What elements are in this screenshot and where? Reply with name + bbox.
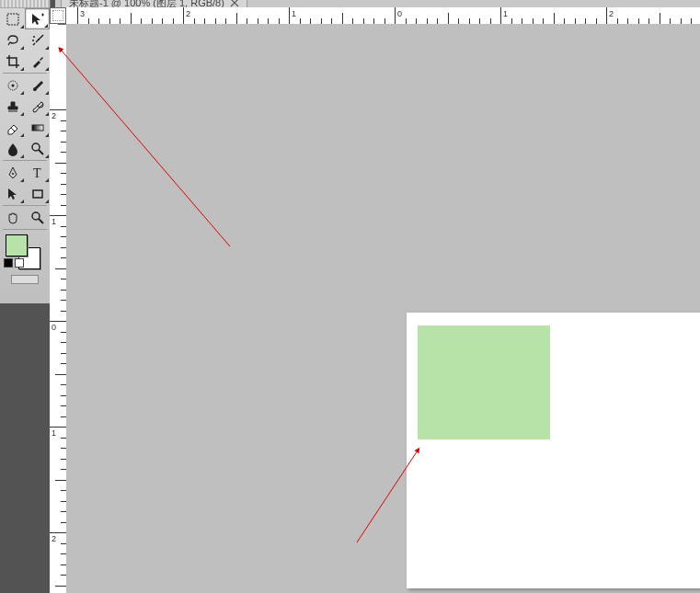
dodge-tool[interactable]	[25, 138, 50, 159]
svg-rect-10	[33, 190, 42, 198]
move-tool[interactable]	[25, 8, 50, 29]
horizontal-ruler[interactable]: 321012	[58, 7, 700, 25]
history-brush-tool[interactable]	[25, 96, 50, 117]
panel-area	[0, 303, 50, 593]
close-icon[interactable]	[230, 0, 239, 7]
canvas-background[interactable]	[66, 24, 700, 593]
eraser-tool[interactable]	[0, 117, 25, 138]
pen-tool[interactable]	[0, 162, 25, 183]
quickmask-toggle[interactable]	[11, 275, 39, 284]
blur-tool[interactable]	[0, 138, 25, 159]
svg-point-7	[32, 143, 40, 151]
svg-point-2	[38, 39, 40, 40]
shape-tool[interactable]	[25, 183, 50, 204]
svg-rect-0	[7, 14, 18, 25]
lasso-tool[interactable]	[0, 29, 25, 51]
marquee-tool[interactable]	[0, 8, 25, 29]
svg-point-3	[32, 40, 34, 41]
green-rectangle-layer[interactable]	[418, 325, 550, 439]
default-colors-icon[interactable]	[4, 258, 24, 268]
type-tool[interactable]: T	[25, 162, 50, 183]
svg-point-1	[33, 36, 35, 38]
svg-point-8	[12, 173, 14, 175]
healing-brush-tool[interactable]	[0, 74, 25, 96]
svg-point-11	[32, 212, 40, 220]
hand-tool[interactable]	[0, 207, 25, 228]
svg-rect-6	[32, 125, 43, 131]
foreground-color-swatch[interactable]	[6, 234, 28, 257]
svg-text:T: T	[33, 166, 41, 180]
gradient-tool[interactable]	[25, 117, 50, 138]
vertical-ruler[interactable]: 21012	[50, 7, 67, 593]
zoom-tool[interactable]	[25, 207, 50, 228]
crop-tool[interactable]	[0, 51, 25, 72]
ruler-origin[interactable]	[50, 7, 66, 24]
path-select-tool[interactable]	[0, 183, 25, 204]
magic-wand-tool[interactable]	[25, 29, 50, 51]
toolbox-grip[interactable]	[0, 0, 50, 8]
stamp-tool[interactable]	[0, 96, 25, 117]
toolbox: T	[0, 0, 51, 304]
eyedropper-tool[interactable]	[25, 51, 50, 72]
color-swatches	[0, 231, 50, 271]
svg-point-5	[11, 84, 14, 86]
brush-tool[interactable]	[25, 74, 50, 96]
